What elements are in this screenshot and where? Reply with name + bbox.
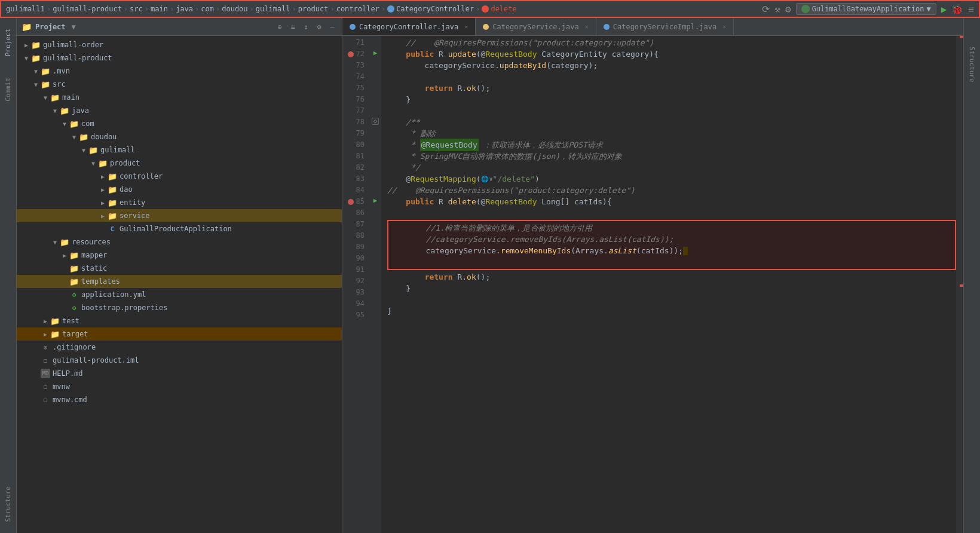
- tree-arrow-resources: ▼: [50, 239, 60, 246]
- tree-item-dao[interactable]: ▶ 📁 dao: [17, 183, 342, 196]
- breadcrumb-item-5[interactable]: java: [176, 5, 193, 13]
- sidebar-tab-commit[interactable]: Commit: [2, 73, 14, 106]
- tree-item-entity[interactable]: ▶ 📁 entity: [17, 196, 342, 209]
- tree-label-doudou: doudou: [91, 133, 117, 141]
- breadcrumb-item-4[interactable]: main: [151, 5, 168, 13]
- tree-item-target[interactable]: ▶ 📁 target: [17, 327, 342, 341]
- line-num-78: 78: [342, 117, 365, 128]
- tree-label-bootstrap: bootstrap.properties: [81, 304, 168, 312]
- tree-item-controller[interactable]: ▶ 📁 controller: [17, 170, 342, 183]
- java-icon-app: C: [108, 224, 117, 234]
- tree-label-entity: entity: [120, 198, 145, 207]
- breadcrumb-item-9[interactable]: product: [298, 5, 329, 13]
- locate-icon[interactable]: ⊕: [275, 22, 284, 32]
- code-line-91: return R.ok();: [387, 271, 956, 283]
- breadcrumb-item-6[interactable]: com: [201, 5, 214, 13]
- tree-item-gitignore[interactable]: ▶ ⊗ .gitignore: [17, 341, 342, 354]
- tree-arrow-service: ▶: [98, 213, 108, 219]
- folder-icon-gulimall: 📁: [88, 145, 98, 155]
- code-line-78: /**: [387, 117, 956, 128]
- tab-category-controller[interactable]: CategoryController.java ✕: [342, 18, 476, 35]
- tree-arrow-gulimall: ▼: [79, 147, 88, 154]
- breadcrumb-item-12[interactable]: delete: [482, 5, 516, 13]
- sidebar-tab-structure-right[interactable]: Structure: [966, 42, 978, 87]
- code-line-80: * @RequestBody ：获取请求体，必须发送POST请求: [387, 139, 956, 151]
- tree-item-com[interactable]: ▼ 📁 com: [17, 117, 342, 130]
- tree-item-resources[interactable]: ▼ 📁 resources: [17, 235, 342, 249]
- tree-item-static[interactable]: ▶ 📁 static: [17, 262, 342, 275]
- folder-icon-resources: 📁: [60, 237, 69, 247]
- tab-category-serviceimpl[interactable]: CategoryServiceImpl.java ✕: [596, 18, 734, 35]
- right-gutter: [956, 36, 963, 533]
- panel-dropdown-arrow[interactable]: ▼: [72, 23, 76, 31]
- editor-area: CategoryController.java ✕ CategoryServic…: [342, 18, 963, 533]
- tree-label-product: gulimall-product: [43, 54, 112, 62]
- line-num-71: 71: [342, 37, 365, 48]
- debug-button[interactable]: 🐞: [951, 4, 963, 15]
- tree-item-mvnw[interactable]: ▶ ◻ mvnw: [17, 380, 342, 393]
- gutter: ▶ ◇ ▶: [369, 36, 381, 533]
- tree-item-product[interactable]: ▼ 📁 product: [17, 157, 342, 170]
- sort-icon[interactable]: ↕: [301, 22, 311, 32]
- tree-item-service[interactable]: ▶ 📁 service: [17, 209, 342, 222]
- build-icon[interactable]: ⚒: [774, 4, 780, 15]
- tree-item-test[interactable]: ▶ 📁 test: [17, 314, 342, 327]
- tree-item-mvn[interactable]: ▼ 📁 .mvn: [17, 65, 342, 78]
- tree-item-gulimall[interactable]: ▼ 📁 gulimall: [17, 143, 342, 157]
- project-panel: 📁 Project ▼ ⊕ ≡ ↕ ⚙ — ▶ 📁 gulimall-order: [17, 18, 342, 533]
- tree-item-appyml[interactable]: ▶ ⚙ application.yml: [17, 288, 342, 301]
- tree-label-mapper: mapper: [81, 251, 107, 259]
- code-line-84: // @RequiresPermissions("product:categor…: [387, 185, 956, 196]
- tree-item-iml[interactable]: ▶ ◻ gulimall-product.iml: [17, 354, 342, 367]
- folder-icon-main: 📁: [50, 93, 60, 102]
- breadcrumb-item-3[interactable]: src: [130, 5, 143, 13]
- code-line-81: * SpringMVC自动将请求体的数据(json)，转为对应的对象: [387, 151, 956, 162]
- run-button[interactable]: ▶: [941, 4, 947, 15]
- tree-item-app[interactable]: ▶ C GulimallProductApplication: [17, 222, 342, 235]
- tab-close-controller[interactable]: ✕: [464, 23, 468, 30]
- tree-item-gulimall-order[interactable]: ▶ 📁 gulimall-order: [17, 38, 342, 51]
- folder-icon-doudou: 📁: [79, 132, 88, 142]
- tree-item-src[interactable]: ▼ 📁 src: [17, 78, 342, 91]
- tree-label-gitignore: .gitignore: [53, 343, 96, 351]
- sidebar-tab-project[interactable]: Project: [2, 24, 14, 61]
- breadcrumb-item-10[interactable]: controller: [336, 5, 379, 13]
- code-line-77: [387, 105, 956, 117]
- line-num-90: 90: [342, 253, 365, 264]
- breadcrumb-item-2[interactable]: gulimall-product: [53, 5, 122, 13]
- breadcrumb-item-7[interactable]: doudou: [222, 5, 247, 13]
- breadcrumb-item-8[interactable]: gulimall: [256, 5, 290, 13]
- run-gutter-85: ▶: [373, 197, 378, 204]
- tree-item-doudou[interactable]: ▼ 📁 doudou: [17, 130, 342, 143]
- cursor-89: [683, 247, 688, 255]
- git-icon-gitignore: ⊗: [41, 342, 50, 352]
- sidebar-tab-structure-left[interactable]: Structure: [2, 482, 14, 527]
- tree-item-java[interactable]: ▼ 📁 java: [17, 104, 342, 117]
- profile-button[interactable]: ≡: [968, 4, 974, 15]
- folder-icon-com: 📁: [69, 119, 79, 128]
- tree-item-bootstrap[interactable]: ▶ ⚙ bootstrap.properties: [17, 301, 342, 314]
- code-line-83: @RequestMapping(🌐∨"/delete"): [387, 173, 956, 185]
- run-config-box[interactable]: GulimallGatewayApplication ▼: [796, 3, 936, 15]
- breadcrumb-item-11[interactable]: CategoryController: [387, 5, 474, 13]
- tree-item-mapper[interactable]: ▶ 📁 mapper: [17, 249, 342, 262]
- settings-icon[interactable]: ⚙: [314, 22, 324, 32]
- tab-close-serviceimpl[interactable]: ✕: [722, 23, 726, 30]
- collapse-icon[interactable]: ≡: [288, 22, 298, 32]
- run-options-icon[interactable]: ⚙: [785, 4, 791, 15]
- tab-close-service[interactable]: ✕: [585, 23, 589, 30]
- tree-item-templates[interactable]: ▶ 📁 templates: [17, 275, 342, 288]
- line-num-94: 94: [342, 298, 365, 310]
- run-config-dropdown-icon: ▼: [926, 5, 930, 13]
- tree-item-gulimall-product[interactable]: ▼ 📁 gulimall-product: [17, 51, 342, 65]
- close-panel-icon[interactable]: —: [327, 22, 337, 32]
- folder-icon-dao: 📁: [108, 185, 117, 194]
- tree-item-mvnwcmd[interactable]: ▶ ◻ mvnw.cmd: [17, 393, 342, 406]
- tree-item-helpmd[interactable]: ▶ MD HELP.md: [17, 367, 342, 380]
- code-content[interactable]: // @RequiresPermissions("product:categor…: [381, 36, 956, 533]
- breadcrumb-item-1[interactable]: gulimall1: [6, 5, 45, 13]
- tree-item-main[interactable]: ▼ 📁 main: [17, 91, 342, 104]
- tab-category-service[interactable]: CategoryService.java ✕: [476, 18, 596, 35]
- sync-icon[interactable]: ⟳: [762, 4, 770, 15]
- code-line-86: [387, 207, 956, 219]
